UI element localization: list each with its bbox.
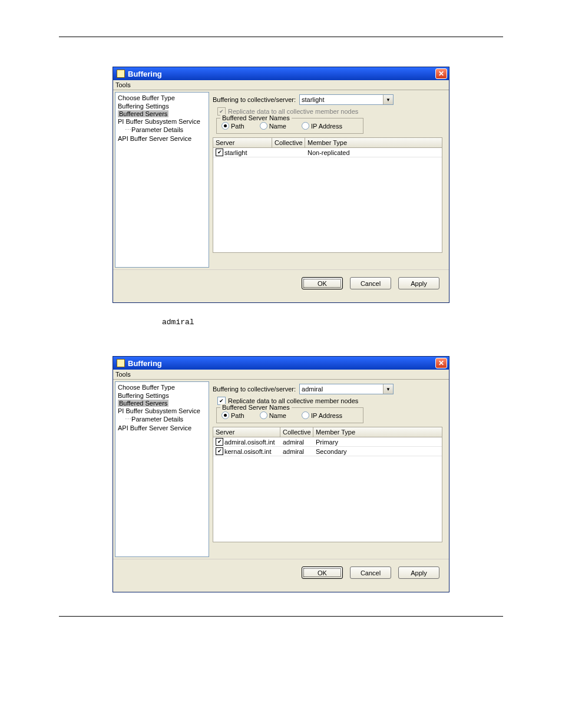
server-combo-text: starlight [300,96,383,103]
page-bottom-rule [59,616,503,617]
menu-tools[interactable]: Tools [115,371,131,378]
apply-button[interactable]: Apply [398,566,439,579]
tree-item-parameter-details[interactable]: ⋯ Parameter Details [118,415,206,424]
cancel-button[interactable]: Cancel [350,566,391,579]
col-collective[interactable]: Collective [272,138,305,147]
radio-ip[interactable]: IP Address [302,411,342,419]
table-row[interactable]: ✔kernal.osisoft.int admiral Secondary [213,447,442,456]
tree-item-api-buffer[interactable]: API Buffer Server Service [118,424,206,432]
radio-name[interactable]: Name [260,122,286,130]
window-title: Buffering [128,70,435,78]
dialog-body: Choose Buffer Type Buffering Settings Bu… [113,380,449,559]
cancel-button[interactable]: Cancel [350,277,391,289]
row-checkbox[interactable]: ✔ [216,149,223,156]
app-icon [117,359,125,367]
radio-ip[interactable]: IP Address [302,122,342,130]
chevron-down-icon[interactable]: ▼ [383,95,393,104]
tree-item-parameter-details[interactable]: ⋯ Parameter Details [118,126,206,134]
content-pane: Buffering to collective/server: admiral … [210,380,448,558]
server-combo-text: admiral [300,386,383,393]
tree-item-pibufss[interactable]: PI Buffer Subsystem Service [118,117,206,126]
buffering-dialog-1: Buffering ✕ Tools Choose Buffer Type Buf… [113,67,449,303]
menubar: Tools [113,370,449,380]
servers-grid[interactable]: Server Collective Member Type ✔starlight… [213,137,442,253]
close-icon[interactable]: ✕ [435,68,447,79]
tree-item-choose-buffer[interactable]: Choose Buffer Type [118,94,206,102]
server-combo[interactable]: admiral ▼ [299,384,394,394]
row-checkbox[interactable]: ✔ [216,447,223,455]
buffered-server-names-fieldset: Buffered Server Names Path Name IP Addre… [216,407,363,423]
ok-button[interactable]: OK [302,566,343,579]
caption-text: admiral [162,318,562,327]
window-title: Buffering [128,359,435,368]
col-member-type[interactable]: Member Type [313,427,442,437]
server-combo[interactable]: starlight ▼ [299,94,394,105]
grid-header: Server Collective Member Type [213,427,442,437]
buffered-server-names-fieldset: Buffered Server Names Path Name IP Addre… [216,118,363,134]
tree-item-pibufss[interactable]: PI Buffer Subsystem Service [118,407,206,415]
page-top-rule [59,37,503,37]
col-server[interactable]: Server [213,138,272,147]
content-pane: Buffering to collective/server: starligh… [210,91,448,269]
nav-tree[interactable]: Choose Buffer Type Buffering Settings Bu… [115,381,209,557]
radio-name[interactable]: Name [260,411,286,419]
radio-path[interactable]: Path [222,411,244,419]
tree-item-buffered-servers[interactable]: Buffered Servers [118,110,168,117]
close-icon[interactable]: ✕ [435,358,447,368]
tree-item-buffering-settings[interactable]: Buffering Settings [118,102,206,110]
statusbar [113,585,449,592]
table-row[interactable]: ✔starlight Non-replicated [213,148,442,157]
tree-item-buffered-servers[interactable]: Buffered Servers [118,400,168,407]
tree-item-choose-buffer[interactable]: Choose Buffer Type [118,383,206,391]
buffering-dialog-2: Buffering ✕ Tools Choose Buffer Type Buf… [113,356,449,592]
menu-tools[interactable]: Tools [115,81,131,88]
table-row[interactable]: ✔admiral.osisoft.int admiral Primary [213,437,442,447]
app-icon [117,70,125,78]
dialog-body: Choose Buffer Type Buffering Settings Bu… [113,90,449,269]
titlebar: Buffering ✕ [113,67,449,80]
buffering-to-label: Buffering to collective/server: [213,386,296,393]
fieldset-legend: Buffered Server Names [220,114,292,121]
col-server[interactable]: Server [213,427,280,437]
ok-button[interactable]: OK [302,277,343,289]
grid-header: Server Collective Member Type [213,138,442,148]
row-checkbox[interactable]: ✔ [216,438,223,446]
radio-path[interactable]: Path [222,122,244,130]
dialog-button-row: OK Cancel Apply [113,269,449,295]
nav-tree[interactable]: Choose Buffer Type Buffering Settings Bu… [115,92,209,268]
buffering-to-label: Buffering to collective/server: [213,96,296,103]
apply-button[interactable]: Apply [398,277,439,289]
servers-grid[interactable]: Server Collective Member Type ✔admiral.o… [213,427,442,542]
chevron-down-icon[interactable]: ▼ [383,384,393,394]
tree-item-api-buffer[interactable]: API Buffer Server Service [118,134,206,143]
dialog-button-row: OK Cancel Apply [113,559,449,585]
col-collective[interactable]: Collective [280,427,313,437]
col-member-type[interactable]: Member Type [305,138,442,147]
statusbar [113,295,449,302]
fieldset-legend: Buffered Server Names [220,404,292,411]
menubar: Tools [113,80,449,90]
tree-item-buffering-settings[interactable]: Buffering Settings [118,391,206,400]
titlebar: Buffering ✕ [113,357,449,370]
